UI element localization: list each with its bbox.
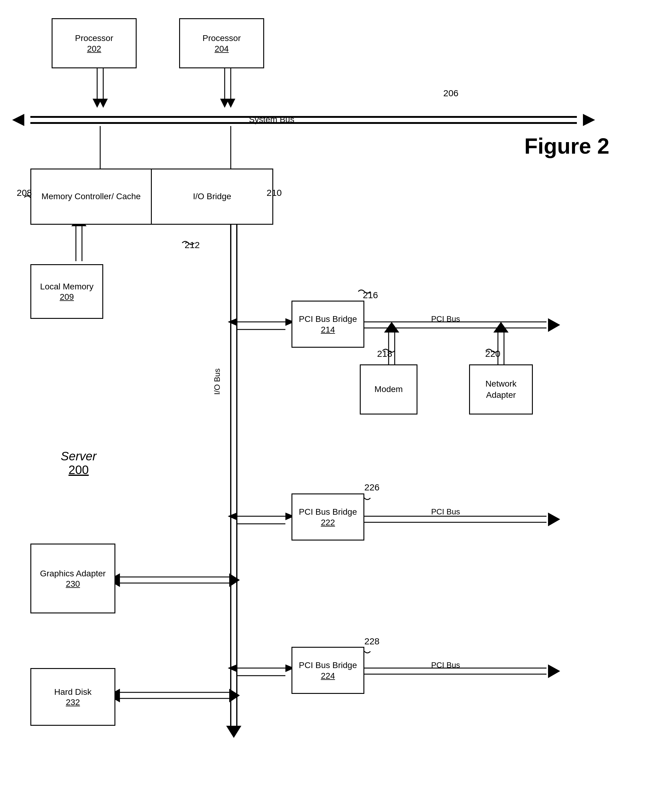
processor-202-number: 202 bbox=[87, 44, 101, 54]
pci-bridge-214-label: PCI Bus Bridge bbox=[299, 314, 357, 325]
svg-marker-34 bbox=[384, 322, 399, 332]
ref-210: 210 bbox=[267, 188, 282, 198]
ref-208: 208 bbox=[17, 188, 32, 198]
ref-206: 206 bbox=[443, 88, 459, 98]
hard-disk-number: 232 bbox=[66, 698, 80, 707]
hard-disk-label: Hard Disk bbox=[54, 687, 92, 698]
hard-disk-box: Hard Disk 232 bbox=[30, 668, 116, 726]
svg-marker-7 bbox=[99, 99, 108, 108]
pci-bridge-214-box: PCI Bus Bridge 214 bbox=[291, 301, 365, 348]
svg-marker-5 bbox=[93, 99, 102, 108]
pci-bridge-222-number: 222 bbox=[321, 518, 335, 527]
modem-label: Modem bbox=[374, 384, 403, 395]
processor-202-box: Processor 202 bbox=[52, 18, 137, 68]
ref-228: 228 bbox=[365, 636, 379, 646]
pci-bus-1-label: PCI Bus bbox=[431, 314, 460, 324]
processor-202-label: Processor bbox=[75, 33, 113, 44]
svg-marker-11 bbox=[226, 99, 235, 108]
ref-218: 218 bbox=[377, 348, 392, 359]
server-label: Server 200 bbox=[61, 449, 96, 477]
io-bus-label: I/O Bus bbox=[213, 368, 222, 395]
memory-controller-label: Memory Controller/ Cache bbox=[42, 191, 141, 202]
processor-204-label: Processor bbox=[202, 33, 241, 44]
svg-marker-53 bbox=[228, 664, 237, 672]
memory-io-box: Memory Controller/ Cache I/O Bridge bbox=[30, 169, 273, 225]
svg-marker-60 bbox=[229, 689, 240, 702]
network-adapter-box: Network Adapter bbox=[469, 365, 533, 415]
local-memory-label: Local Memory bbox=[40, 281, 93, 292]
pci-bridge-224-number: 224 bbox=[321, 671, 335, 681]
svg-marker-45 bbox=[548, 513, 560, 526]
ref-220: 220 bbox=[485, 348, 500, 359]
diagram: Processor 202 Processor 204 System Bus 2… bbox=[0, 0, 664, 812]
svg-marker-37 bbox=[493, 322, 509, 332]
graphics-adapter-number: 230 bbox=[66, 579, 80, 589]
processor-204-box: Processor 204 bbox=[179, 18, 264, 68]
svg-marker-27 bbox=[228, 318, 237, 326]
local-memory-number: 209 bbox=[60, 292, 74, 302]
io-bridge-label: I/O Bridge bbox=[193, 191, 231, 202]
svg-marker-48 bbox=[229, 573, 240, 587]
pci-bridge-224-label: PCI Bus Bridge bbox=[299, 660, 357, 671]
system-bus-label: System Bus bbox=[249, 115, 294, 125]
ref-226: 226 bbox=[365, 482, 379, 493]
local-memory-box: Local Memory 209 bbox=[30, 264, 103, 319]
figure-label: Figure 2 bbox=[524, 133, 609, 158]
svg-marker-41 bbox=[228, 513, 237, 520]
svg-marker-31 bbox=[548, 318, 560, 332]
ref-216: 216 bbox=[363, 290, 378, 300]
network-adapter-label: Network Adapter bbox=[470, 378, 532, 400]
svg-marker-9 bbox=[220, 99, 229, 108]
pci-bridge-222-label: PCI Bus Bridge bbox=[299, 506, 357, 517]
graphics-adapter-label: Graphics Adapter bbox=[40, 568, 106, 579]
pci-bridge-222-box: PCI Bus Bridge 222 bbox=[291, 493, 365, 540]
pci-bridge-214-number: 214 bbox=[321, 325, 335, 335]
ref-212: 212 bbox=[185, 240, 200, 250]
graphics-adapter-box: Graphics Adapter 230 bbox=[30, 544, 116, 613]
svg-marker-23 bbox=[226, 726, 241, 738]
processor-204-number: 204 bbox=[215, 44, 229, 54]
pci-bridge-224-box: PCI Bus Bridge 224 bbox=[291, 647, 365, 694]
svg-marker-15 bbox=[583, 114, 595, 126]
pci-bus-3-label: PCI Bus bbox=[431, 661, 460, 670]
svg-marker-57 bbox=[548, 664, 560, 678]
modem-box: Modem bbox=[360, 365, 417, 415]
svg-marker-14 bbox=[12, 114, 24, 126]
pci-bus-2-label: PCI Bus bbox=[431, 507, 460, 516]
